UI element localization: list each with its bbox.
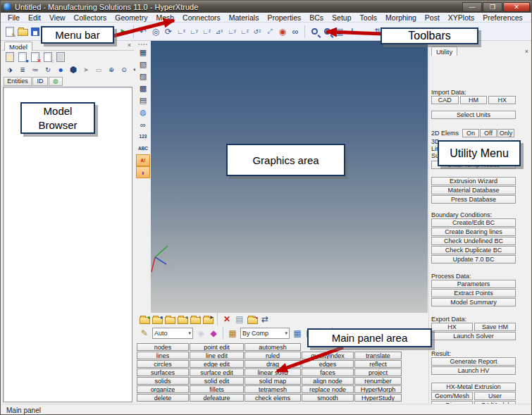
show-hide-icon[interactable]: ⊕	[105, 63, 118, 77]
create-bearing-lines-button[interactable]: Create Bearing lines	[431, 228, 516, 236]
view-bottom-icon[interactable]: ⊿ˣ	[213, 25, 225, 38]
pan-icon[interactable]: ✛	[346, 25, 359, 38]
panel-button-solids[interactable]: solids	[137, 377, 189, 385]
mask-icon[interactable]: ▦	[136, 47, 150, 58]
hx-metal-extrusion-button[interactable]: HX-Metal Extrusion	[431, 383, 516, 391]
user-button[interactable]: User	[474, 392, 516, 400]
hm-button[interactable]: HM	[460, 96, 488, 104]
create-collector-icon[interactable]	[4, 51, 16, 64]
save-hm-button[interactable]: Save HM	[474, 323, 516, 331]
view-left-icon[interactable]: ∟ˣ	[175, 25, 187, 38]
panel-button-hypermorph[interactable]: HyperMorph	[354, 385, 402, 393]
model-panel-close-icon[interactable]: ×	[128, 42, 131, 49]
find-collector-icon[interactable]: ◌	[42, 51, 54, 64]
check-duplicate-bc-button[interactable]: Check Duplicate BC	[431, 246, 516, 254]
model-tree-area[interactable]	[3, 87, 132, 402]
launch-hv-button[interactable]: Launch HV	[431, 366, 516, 375]
panel-button-edge-edit[interactable]: edge edit	[190, 360, 244, 368]
panel-button-automesh[interactable]: automesh	[245, 343, 301, 351]
menu-item-connectors[interactable]: Connectors	[178, 13, 225, 22]
panel-button-lines[interactable]: lines	[137, 352, 189, 359]
card-edit-icon[interactable]: ▤	[233, 313, 246, 326]
hx-button[interactable]: HX	[488, 96, 516, 104]
press-database-button[interactable]: Press Database	[431, 195, 516, 204]
panel-button-point-edit[interactable]: point edit	[190, 343, 244, 351]
observe-entities-icon[interactable]: ∞	[289, 25, 302, 38]
update-browser-icon[interactable]: ↻	[42, 63, 54, 77]
delete-entities-icon[interactable]: ✕	[221, 313, 233, 326]
view-iso-icon[interactable]: ↺ᶻ	[251, 25, 264, 38]
panel-button-tetramesh[interactable]: tetramesh	[245, 385, 301, 393]
parameters-button[interactable]: Parameters	[431, 280, 516, 288]
panel-button-surfaces[interactable]: surfaces	[137, 368, 189, 376]
menu-item-materials[interactable]: Materials	[225, 13, 264, 22]
annotation-labels-icon[interactable]: A!	[136, 154, 150, 166]
extrusion-wizard-button[interactable]: Extrusion Wizard	[431, 177, 516, 185]
wireframe-elements-icon[interactable]: ▦	[291, 326, 304, 340]
color-mode-combobox[interactable]: By Comp▾	[240, 328, 290, 339]
minimize-button[interactable]: —	[462, 2, 482, 12]
entity-ball-icon[interactable]: ●	[54, 63, 67, 77]
launch-solver-button[interactable]: Launch Solver	[431, 332, 516, 340]
menu-item-edit[interactable]: Edit	[24, 13, 45, 22]
maximize-button[interactable]: ❐	[483, 2, 502, 12]
panel-button-replace-node[interactable]: replace node	[302, 385, 354, 393]
model-summary-button[interactable]: Model Summary	[431, 298, 516, 306]
tab-utility[interactable]: Utility	[431, 47, 457, 56]
elems-2d-on-button[interactable]: On	[462, 129, 479, 137]
panel-button-edges[interactable]: edges	[302, 360, 354, 368]
view-front-icon[interactable]: ∟ʸ	[225, 25, 238, 38]
close-button[interactable]: ✕	[503, 2, 530, 12]
menu-item-file[interactable]: File	[4, 13, 24, 22]
panel-button-smooth[interactable]: smooth	[302, 394, 354, 402]
visualization-options-icon[interactable]: ◗	[136, 166, 150, 178]
cad-button[interactable]: CAD	[431, 96, 459, 104]
selector-mode-combobox[interactable]: Auto▾	[152, 328, 193, 339]
zoom-icon[interactable]	[308, 25, 321, 38]
panel-button-line-edit[interactable]: line edit	[190, 352, 244, 359]
menu-item-geometry[interactable]: Geometry	[111, 13, 151, 22]
import-collector-icon[interactable]: ↑	[189, 313, 202, 326]
panel-button-ruled[interactable]: ruled	[245, 352, 301, 359]
view-back-icon[interactable]: ∟ᶻ	[238, 25, 251, 38]
panel-button-solid-map[interactable]: solid map	[245, 377, 301, 385]
collapse-list-icon[interactable]: ≔	[29, 63, 42, 77]
panel-button-solid-edit[interactable]: solid edit	[190, 377, 244, 385]
auto-collector-icon[interactable]: ●	[176, 313, 189, 326]
labels-icon[interactable]: ABC	[136, 142, 150, 154]
material-database-button[interactable]: Material Database	[431, 186, 516, 194]
spherical-clip-icon[interactable]: ◉	[276, 25, 289, 38]
extract-points-button[interactable]: Extract Points	[431, 289, 516, 297]
panel-button-check-elems[interactable]: check elems	[245, 394, 301, 402]
spherical-clipping-icon[interactable]: ◍	[136, 106, 150, 118]
panel-button-align-node[interactable]: align node	[302, 377, 354, 385]
menu-item-mesh[interactable]: Mesh	[151, 13, 178, 22]
column-header-entities[interactable]: Entities	[4, 77, 32, 86]
menu-item-properties[interactable]: Properties	[263, 13, 305, 22]
menu-item-preferences[interactable]: Preferences	[478, 13, 527, 22]
zoom-window-icon[interactable]	[321, 25, 333, 38]
toolbar-grip[interactable]: ••••	[135, 41, 151, 47]
menu-item-collectors[interactable]: Collectors	[70, 13, 111, 22]
panel-button-defeature[interactable]: defeature	[190, 394, 244, 402]
panel-button-fillets[interactable]: fillets	[190, 385, 244, 393]
mask-all-icon[interactable]: ▩	[136, 82, 150, 94]
column-header-id[interactable]: ID	[32, 77, 48, 86]
panel-button-renumber[interactable]: renumber	[354, 377, 402, 385]
create-edit-bc-button[interactable]: Create/Edit BC	[431, 218, 516, 227]
isolate-icon[interactable]: ⊙	[118, 63, 130, 77]
undo-view-icon[interactable]: ↶	[137, 25, 149, 38]
utility-panel-close-icon[interactable]: ×	[525, 48, 528, 55]
panel-button-qualityindex[interactable]: qualityindex	[302, 352, 354, 359]
mask-add-icon[interactable]: ▧	[136, 58, 150, 70]
panel-button-faces[interactable]: faces	[302, 368, 354, 376]
organize-folder-icon[interactable]: ➘	[246, 313, 259, 326]
unmask-icon[interactable]: ▨	[136, 70, 150, 82]
generate-report-button[interactable]: Generate Report	[431, 357, 516, 366]
graphics-area[interactable]	[151, 41, 428, 313]
geom-mesh-button[interactable]: Geom/Mesh	[431, 392, 473, 400]
panel-button-hyperstudy[interactable]: HyperStudy	[354, 394, 402, 402]
title-bar[interactable]: Untitled - Manufacturing Solutions 11.0 …	[1, 1, 532, 13]
menu-item-applications[interactable]: Applications	[527, 13, 532, 22]
mesh-collector-icon[interactable]: ●	[151, 313, 163, 326]
